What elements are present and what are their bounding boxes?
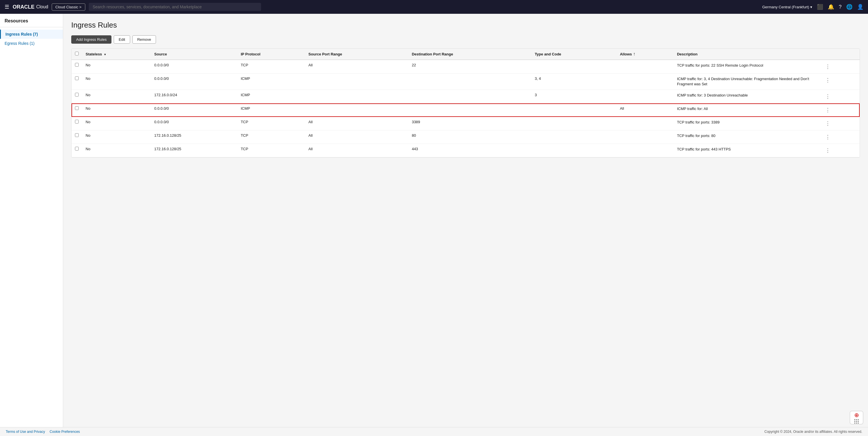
table-row: No 0.0.0.0/0 ICMP All ICMP traffic for: … [71, 103, 860, 117]
type-and-code-cell [531, 117, 617, 130]
add-ingress-rules-button[interactable]: Add Ingress Rules [71, 35, 112, 44]
ip-protocol-column-header: IP Protocol [237, 49, 305, 60]
allows-cell [616, 73, 674, 90]
allows-cell [616, 60, 674, 73]
page-title: Ingress Rules [71, 21, 860, 30]
row-checkbox-cell [71, 117, 82, 130]
source-port-range-cell: All [305, 144, 408, 157]
row-checkbox-6[interactable] [75, 133, 79, 137]
ip-protocol-cell: TCP [237, 130, 305, 144]
row-actions-menu-button-5[interactable]: ⋮ [824, 120, 832, 127]
table-row: No 172.16.0.0/24 ICMP 3 ICMP traffic for… [71, 90, 860, 103]
actions-cell: ⋮ [820, 117, 860, 130]
row-checkbox-cell [71, 73, 82, 90]
stateless-cell: No [82, 144, 151, 157]
table-row: No 0.0.0.0/0 TCP All 3389 TCP traffic fo… [71, 117, 860, 130]
oracle-logo: ORACLE Cloud [13, 4, 48, 10]
bell-icon[interactable]: 🔔 [828, 4, 834, 10]
row-actions-menu-button-1[interactable]: ⋮ [824, 63, 832, 70]
source-port-range-cell [305, 103, 408, 117]
dot-3 [858, 419, 859, 420]
terms-of-use-link[interactable]: Terms of Use and Privacy [6, 430, 45, 434]
row-checkbox-cell [71, 130, 82, 144]
source-header-label: Source [154, 52, 167, 56]
region-selector[interactable]: Germany Central (Frankfurt) ▾ [762, 5, 812, 9]
description-cell: TCP traffic for ports: 22 SSH Remote Log… [674, 60, 820, 73]
edit-button[interactable]: Edit [114, 35, 130, 44]
stateless-column-header[interactable]: Stateless ▾ [82, 49, 151, 60]
source-port-range-cell: All [305, 130, 408, 144]
row-checkbox-2[interactable] [75, 76, 79, 80]
row-checkbox-4[interactable] [75, 106, 79, 110]
type-and-code-cell [531, 130, 617, 144]
description-cell: ICMP traffic for: 3 Destination Unreacha… [674, 90, 820, 103]
description-cell: ICMP traffic for: 3, 4 Destination Unrea… [674, 73, 820, 90]
allows-cell [616, 130, 674, 144]
stateless-cell: No [82, 117, 151, 130]
row-actions-menu-button-2[interactable]: ⋮ [824, 76, 832, 84]
row-actions-menu-button-7[interactable]: ⋮ [824, 147, 832, 154]
source-cell: 0.0.0.0/0 [151, 103, 237, 117]
copyright-text: Copyright © 2024, Oracle and/or its affi… [764, 430, 862, 434]
dot-2 [856, 419, 857, 420]
actions-cell: ⋮ [820, 73, 860, 90]
sidebar-item-egress-rules[interactable]: Egress Rules (1) [0, 39, 63, 48]
dot-6 [858, 421, 859, 422]
ip-protocol-cell: ICMP [237, 73, 305, 90]
type-and-code-cell [531, 144, 617, 157]
grid-dots-icon [854, 419, 859, 424]
footer-links: Terms of Use and Privacy Cookie Preferen… [6, 430, 80, 434]
destination-port-range-cell [408, 73, 531, 90]
cookie-preferences-link[interactable]: Cookie Preferences [50, 430, 80, 434]
stateless-header-label: Stateless [86, 52, 102, 56]
destination-port-range-header-label: Destination Port Range [412, 52, 453, 56]
row-checkbox-5[interactable] [75, 120, 79, 124]
row-actions-menu-button-3[interactable]: ⋮ [824, 93, 832, 100]
source-column-header: Source [151, 49, 237, 60]
destination-port-range-cell: 443 [408, 144, 531, 157]
table-row: No 0.0.0.0/0 ICMP 3, 4 ICMP traffic for:… [71, 73, 860, 90]
allows-column-header: Allows ↑ [616, 49, 674, 60]
region-label: Germany Central (Frankfurt) [762, 5, 809, 9]
sidebar-title: Resources [0, 19, 63, 27]
remove-button[interactable]: Remove [132, 35, 156, 44]
dot-5 [856, 421, 857, 422]
globe-icon[interactable]: 🌐 [846, 4, 852, 10]
stateless-cell: No [82, 60, 151, 73]
cloud-classic-button[interactable]: Cloud Classic > [52, 3, 85, 11]
row-checkbox-7[interactable] [75, 147, 79, 151]
destination-port-range-cell: 22 [408, 60, 531, 73]
row-checkbox-1[interactable] [75, 63, 79, 67]
select-all-checkbox[interactable] [75, 52, 79, 56]
source-port-range-column-header: Source Port Range [305, 49, 408, 60]
search-input[interactable] [89, 3, 261, 11]
source-port-range-cell [305, 73, 408, 90]
row-checkbox-cell [71, 60, 82, 73]
row-checkbox-3[interactable] [75, 93, 79, 96]
sidebar-item-ingress-rules[interactable]: Ingress Rules (7) [0, 30, 63, 39]
actions-cell: ⋮ [820, 130, 860, 144]
help-icon[interactable]: ? [839, 4, 842, 10]
table-row: No 0.0.0.0/0 TCP All 22 TCP traffic for … [71, 60, 860, 73]
type-and-code-column-header: Type and Code [531, 49, 617, 60]
dot-4 [854, 421, 855, 422]
sidebar-item-label: Egress Rules (1) [5, 41, 34, 46]
type-and-code-cell [531, 103, 617, 117]
actions-column-header [820, 49, 860, 60]
type-and-code-cell: 3 [531, 90, 617, 103]
stateless-cell: No [82, 73, 151, 90]
table-row: No 172.16.0.128/25 TCP All 443 TCP traff… [71, 144, 860, 157]
user-avatar-icon[interactable]: 👤 [857, 4, 863, 10]
description-cell: TCP traffic for ports: 443 HTTPS [674, 144, 820, 157]
stateless-cell: No [82, 103, 151, 117]
row-actions-menu-button-6[interactable]: ⋮ [824, 133, 832, 141]
nav-right-section: Germany Central (Frankfurt) ▾ ⬛ 🔔 ? 🌐 👤 [762, 4, 863, 10]
main-content: Ingress Rules Add Ingress Rules Edit Rem… [63, 14, 868, 436]
destination-port-range-cell: 3389 [408, 117, 531, 130]
hamburger-menu-icon[interactable]: ☰ [5, 4, 9, 10]
description-cell: TCP traffic for ports: 80 [674, 130, 820, 144]
main-layout: Resources Ingress Rules (7) Egress Rules… [0, 14, 868, 436]
help-widget[interactable]: ⊕ [849, 411, 863, 425]
row-actions-menu-button-4[interactable]: ⋮ [824, 106, 832, 114]
terminal-icon[interactable]: ⬛ [817, 4, 823, 10]
